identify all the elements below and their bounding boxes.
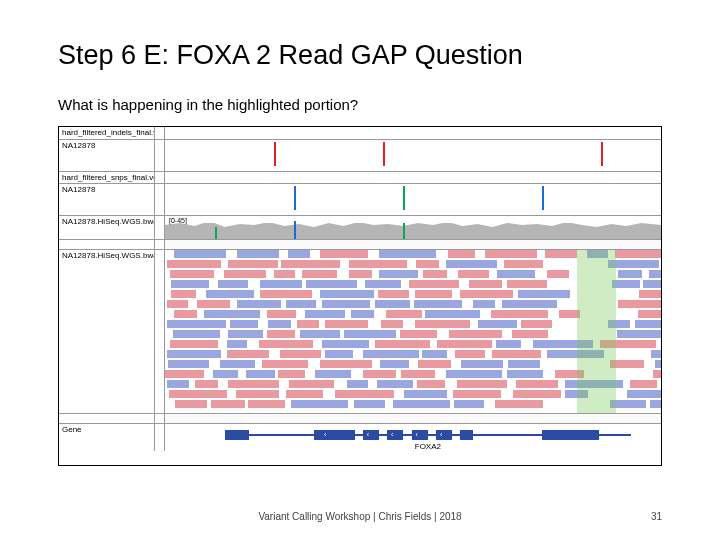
- read: [228, 330, 263, 338]
- read: [559, 310, 580, 318]
- read: [286, 390, 323, 398]
- track-label: Gene: [59, 424, 155, 451]
- read: [167, 300, 188, 308]
- read: [344, 330, 395, 338]
- coverage-snp-peak: [403, 223, 405, 239]
- read: [555, 370, 584, 378]
- read: [171, 290, 196, 298]
- bam-coverage-label: NA12878.HiSeq.WGS.bwa.cleaned.b37.20_chr…: [62, 217, 151, 226]
- read: [280, 350, 322, 358]
- variant-tick: [403, 186, 405, 210]
- read: [267, 330, 294, 338]
- track-reads: NA12878.HiSeq.WGS.bwa.cleaned.b37.20_chr…: [59, 249, 661, 413]
- read: [461, 360, 503, 368]
- read: [627, 390, 661, 398]
- read: [655, 360, 661, 368]
- read: [617, 330, 661, 338]
- read: [533, 340, 592, 348]
- read: [404, 390, 447, 398]
- read: [473, 300, 495, 308]
- read: [600, 340, 656, 348]
- read: [267, 310, 297, 318]
- coverage-snp-peak: [294, 221, 296, 239]
- track-spacer: [59, 413, 661, 423]
- variant-tick: [542, 186, 544, 210]
- read: [378, 290, 408, 298]
- read: [230, 320, 257, 328]
- read: [306, 280, 357, 288]
- read: [639, 290, 661, 298]
- coverage-range: [0-45]: [167, 217, 189, 224]
- read: [305, 310, 344, 318]
- read: [422, 350, 447, 358]
- read: [228, 380, 279, 388]
- read: [206, 290, 254, 298]
- read: [502, 300, 558, 308]
- read: [547, 350, 605, 358]
- read: [460, 290, 513, 298]
- read: [565, 380, 623, 388]
- read: [437, 340, 492, 348]
- read: [174, 250, 226, 258]
- read: [507, 370, 542, 378]
- read: [167, 380, 189, 388]
- read: [454, 400, 484, 408]
- read: [218, 280, 248, 288]
- read: [320, 290, 374, 298]
- read: [168, 360, 209, 368]
- read: [347, 380, 369, 388]
- slide-footer: Variant Calling Workshop | Chris Fields …: [0, 511, 720, 522]
- read: [237, 250, 279, 258]
- read: [516, 380, 557, 388]
- track-label: NA12878: [59, 140, 155, 171]
- slide-title: Step 6 E: FOXA 2 Read GAP Question: [58, 40, 523, 71]
- read: [615, 250, 661, 258]
- track-label: hard_filtered_indels_final.vcf: [59, 127, 155, 139]
- read: [415, 290, 453, 298]
- read: [211, 400, 245, 408]
- read: [375, 340, 430, 348]
- read: [393, 400, 450, 408]
- read: [381, 320, 403, 328]
- read: [322, 300, 370, 308]
- read: [169, 390, 227, 398]
- read: [612, 280, 640, 288]
- read: [507, 280, 547, 288]
- read: [213, 370, 238, 378]
- read: [610, 360, 644, 368]
- read: [278, 370, 305, 378]
- read: [469, 280, 502, 288]
- read: [653, 370, 661, 378]
- track-label: hard_filtered_snps_final.vcf: [59, 172, 155, 183]
- gene-model: ‹ ‹ ‹ ‹ ‹ FOXA2: [225, 428, 632, 448]
- read: [165, 370, 204, 378]
- read: [320, 360, 372, 368]
- read: [618, 300, 661, 308]
- read: [414, 300, 462, 308]
- read: [504, 260, 543, 268]
- read: [281, 260, 340, 268]
- read: [448, 250, 475, 258]
- coverage-plot: [165, 219, 661, 239]
- read: [325, 350, 352, 358]
- read: [349, 270, 371, 278]
- read: [380, 360, 409, 368]
- read: [400, 330, 436, 338]
- read: [262, 360, 308, 368]
- read: [228, 260, 278, 268]
- read: [650, 400, 661, 408]
- read: [638, 310, 661, 318]
- read: [618, 270, 641, 278]
- read: [259, 340, 313, 348]
- read: [377, 380, 414, 388]
- read: [492, 350, 541, 358]
- read: [495, 400, 543, 408]
- read: [630, 380, 656, 388]
- read: [423, 270, 447, 278]
- variant-tick: [274, 142, 276, 166]
- read: [547, 270, 569, 278]
- read: [236, 390, 279, 398]
- read: [496, 340, 521, 348]
- variant-tick: [383, 142, 385, 166]
- track-snps-variants: NA12878: [59, 183, 661, 215]
